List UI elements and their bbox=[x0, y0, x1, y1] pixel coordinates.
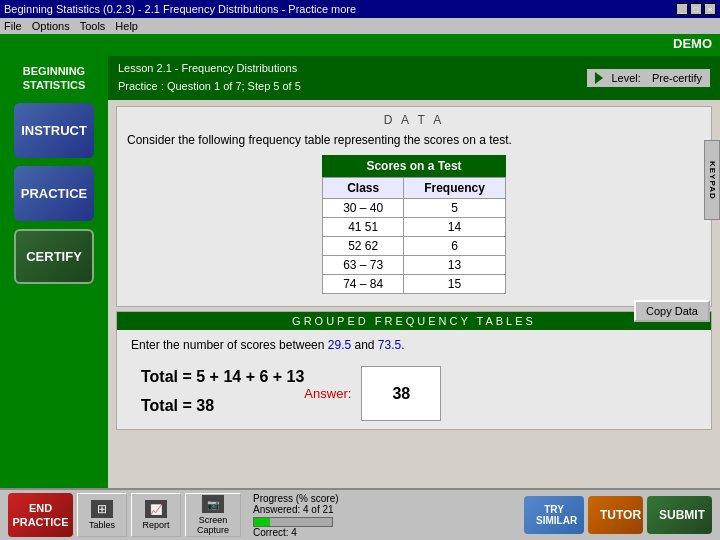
table-row: 63 – 7313 bbox=[323, 256, 506, 275]
tables-label: Tables bbox=[89, 520, 115, 530]
sidebar: BEGINNINGSTATISTICS INSTRUCT PRACTICE CE… bbox=[0, 56, 108, 518]
progress-label: Progress (% score) bbox=[253, 493, 512, 504]
demo-banner: DEMO bbox=[0, 34, 720, 56]
try-similar-button[interactable]: TRY SIMILAR bbox=[524, 496, 584, 534]
solution-text: Total = 5 + 14 + 6 + 13 Total = 38 bbox=[141, 363, 304, 421]
minimize-button[interactable]: _ bbox=[676, 3, 688, 15]
tables-button[interactable]: ⊞ Tables bbox=[77, 493, 127, 537]
highlight-start: 29.5 bbox=[328, 338, 351, 352]
tutor-button[interactable]: TUTOR bbox=[588, 496, 643, 534]
solution-line2: Total = 38 bbox=[141, 392, 304, 421]
data-question: Consider the following frequency table r… bbox=[127, 133, 701, 147]
col-header-frequency: Frequency bbox=[404, 178, 506, 199]
col-header-class: Class bbox=[323, 178, 404, 199]
menu-options[interactable]: Options bbox=[32, 20, 70, 32]
menu-bar: File Options Tools Help bbox=[0, 18, 720, 34]
title-bar-controls: _ □ × bbox=[676, 3, 716, 15]
answer-box[interactable]: 38 bbox=[361, 366, 441, 421]
progress-bar-fill bbox=[254, 518, 270, 526]
lesson-line1: Lesson 2.1 - Frequency Distributions bbox=[118, 60, 301, 78]
report-icon: 📈 bbox=[145, 500, 167, 518]
solution-area: Total = 5 + 14 + 6 + 13 Total = 38 Answe… bbox=[131, 362, 697, 421]
correct-text: Correct: 4 bbox=[253, 527, 512, 538]
progress-area: Progress (% score) Answered: 4 of 21 Cor… bbox=[245, 493, 520, 538]
tables-icon: ⊞ bbox=[91, 500, 113, 518]
end-practice-button[interactable]: END PRACTICE bbox=[8, 493, 73, 537]
frequency-table: Scores on a Test Class Frequency 30 – 40… bbox=[322, 155, 506, 294]
maximize-button[interactable]: □ bbox=[690, 3, 702, 15]
table-row: 74 – 8415 bbox=[323, 275, 506, 294]
screen-capture-icon: 📷 bbox=[202, 495, 224, 513]
report-button[interactable]: 📈 Report bbox=[131, 493, 181, 537]
submit-button[interactable]: SUBMIT bbox=[647, 496, 712, 534]
table-row: 41 5114 bbox=[323, 218, 506, 237]
copy-data-button[interactable]: Copy Data bbox=[634, 300, 710, 322]
data-wrapper: D A T A Consider the following frequency… bbox=[108, 100, 720, 311]
certify-button[interactable]: CERTIFY bbox=[14, 229, 94, 284]
demo-label: DEMO bbox=[673, 36, 712, 51]
table-row: 52 626 bbox=[323, 237, 506, 256]
level-value: Pre-certify bbox=[652, 72, 702, 84]
answer-area: Answer: 38 bbox=[304, 366, 441, 421]
end-practice-line1: END bbox=[29, 501, 52, 515]
grouped-content: Enter the number of scores between 29.5 … bbox=[117, 330, 711, 429]
screen-capture-button[interactable]: 📷 Screen Capture bbox=[185, 493, 241, 537]
lesson-info: Lesson 2.1 - Frequency Distributions Pra… bbox=[118, 60, 301, 95]
app-title: BEGINNINGSTATISTICS bbox=[23, 64, 86, 93]
grouped-section: GROUPED FREQUENCY TABLES Enter the numbe… bbox=[116, 311, 712, 430]
highlight-end: 73.5 bbox=[378, 338, 401, 352]
freq-table-container: Scores on a Test Class Frequency 30 – 40… bbox=[127, 155, 701, 294]
main-layout: BEGINNINGSTATISTICS INSTRUCT PRACTICE CE… bbox=[0, 56, 720, 518]
bottom-bar: END PRACTICE ⊞ Tables 📈 Report 📷 Screen … bbox=[0, 488, 720, 540]
end-practice-line2: PRACTICE bbox=[12, 515, 68, 529]
freq-table-body: 30 – 40541 511452 62663 – 731374 – 8415 bbox=[323, 199, 506, 294]
try-similar-label: TRY SIMILAR bbox=[536, 504, 577, 526]
level-label: Level: bbox=[611, 72, 640, 84]
progress-bar-container bbox=[253, 517, 333, 527]
menu-help[interactable]: Help bbox=[115, 20, 138, 32]
content-area: Lesson 2.1 - Frequency Distributions Pra… bbox=[108, 56, 720, 518]
menu-tools[interactable]: Tools bbox=[80, 20, 106, 32]
close-button[interactable]: × bbox=[704, 3, 716, 15]
table-caption: Scores on a Test bbox=[322, 155, 506, 177]
title-bar-text: Beginning Statistics (0.2.3) - 2.1 Frequ… bbox=[4, 3, 356, 15]
data-section: D A T A Consider the following frequency… bbox=[116, 106, 712, 307]
lesson-line2: Practice : Question 1 of 7; Step 5 of 5 bbox=[118, 78, 301, 96]
keypad-panel[interactable]: KEYPAD bbox=[704, 140, 720, 220]
level-arrow-icon bbox=[595, 72, 603, 84]
grouped-question: Enter the number of scores between 29.5 … bbox=[131, 338, 697, 352]
grouped-title: GROUPED FREQUENCY TABLES bbox=[117, 312, 711, 330]
screen-capture-label: Screen Capture bbox=[197, 515, 229, 535]
level-badge: Level: Pre-certify bbox=[587, 69, 710, 87]
instruct-button[interactable]: INSTRUCT bbox=[14, 103, 94, 158]
answered-text: Answered: 4 of 21 bbox=[253, 504, 512, 515]
solution-line1: Total = 5 + 14 + 6 + 13 bbox=[141, 363, 304, 392]
lesson-header: Lesson 2.1 - Frequency Distributions Pra… bbox=[108, 56, 720, 100]
title-bar: Beginning Statistics (0.2.3) - 2.1 Frequ… bbox=[0, 0, 720, 18]
answer-label: Answer: bbox=[304, 386, 351, 401]
menu-file[interactable]: File bbox=[4, 20, 22, 32]
table-row: 30 – 405 bbox=[323, 199, 506, 218]
data-title: D A T A bbox=[127, 113, 701, 127]
report-label: Report bbox=[142, 520, 169, 530]
practice-button[interactable]: PRACTICE bbox=[14, 166, 94, 221]
